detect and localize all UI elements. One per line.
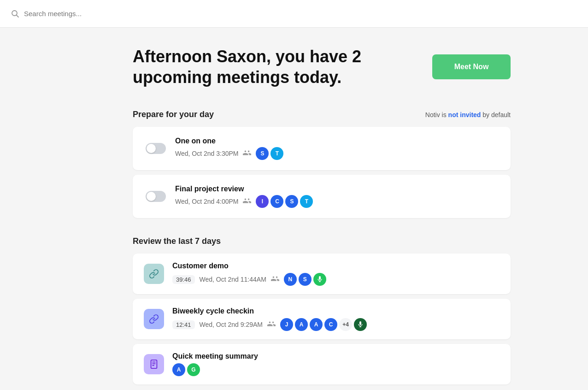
greeting-text: Afternoon Saxon, you have 2 upcoming mee… [133, 46, 372, 88]
meeting-meta: Wed, Oct 2nd 3:30PM S T [175, 147, 498, 160]
people-icon [243, 149, 251, 158]
svg-rect-5 [359, 321, 361, 325]
past-meta: A G [172, 363, 500, 376]
review-section-header: Review the last 7 days [133, 236, 511, 246]
customer-demo-icon [144, 264, 164, 284]
meeting-info-final-review: Final project review Wed, Oct 2nd 4:00PM… [175, 185, 498, 208]
avatar-t2: T [300, 195, 313, 208]
avatars-one-on-one: S T [256, 147, 283, 160]
prepare-title: Prepare for your day [133, 110, 214, 119]
search-bar [0, 0, 588, 28]
meeting-info-one-on-one: One on one Wed, Oct 2nd 3:30PM S T [175, 137, 498, 160]
avatar-s: S [256, 147, 269, 160]
meeting-meta: Wed, Oct 2nd 4:00PM I C S T [175, 195, 498, 208]
avatars-customer-demo: N S [284, 273, 326, 286]
svg-line-1 [17, 15, 18, 17]
avatar-mic-2 [354, 318, 367, 331]
past-datetime: Wed, Oct 2nd 11:44AM [200, 276, 266, 283]
avatar-a2: A [310, 318, 323, 331]
avatar-qs2: G [187, 363, 200, 376]
customer-demo-info: Customer demo 39:46 Wed, Oct 2nd 11:44AM… [172, 262, 500, 286]
duration-badge: 12:41 [172, 320, 195, 329]
review-section: Review the last 7 days Customer demo 39:… [133, 236, 511, 384]
quick-summary-info: Quick meeting summary A G [172, 352, 500, 376]
avatar-s2: S [285, 195, 298, 208]
toggle-one-on-one[interactable] [146, 143, 166, 154]
past-datetime: Wed, Oct 2nd 9:29AM [200, 321, 263, 328]
extra-count: +4 [339, 318, 352, 331]
past-meeting-name: Biweekly cycle checkin [172, 307, 500, 315]
hero-section: Afternoon Saxon, you have 2 upcoming mee… [133, 46, 511, 88]
notiv-note: Notiv is not invited by default [425, 111, 511, 118]
past-card-quick-summary[interactable]: Quick meeting summary A G [133, 344, 511, 384]
past-card-biweekly[interactable]: Biweekly cycle checkin 12:41 Wed, Oct 2n… [133, 299, 511, 339]
avatar-i: I [256, 195, 269, 208]
avatars-quick-summary: A G [172, 363, 200, 376]
meet-now-button[interactable]: Meet Now [432, 54, 511, 79]
past-meta: 39:46 Wed, Oct 2nd 11:44AM N S [172, 273, 500, 286]
avatars-final-review: I C S T [256, 195, 313, 208]
main-content: Afternoon Saxon, you have 2 upcoming mee… [68, 28, 520, 390]
duration-badge: 39:46 [172, 275, 195, 284]
avatar-t: T [270, 147, 283, 160]
avatars-biweekly: J A A C +4 [280, 318, 367, 331]
past-meeting-name: Quick meeting summary [172, 352, 500, 360]
past-meta: 12:41 Wed, Oct 2nd 9:29AM J A A C +4 [172, 318, 500, 331]
biweekly-icon [144, 309, 164, 329]
avatar-mic-1 [313, 273, 326, 286]
toggle-final-review[interactable] [146, 191, 166, 202]
avatar-j: J [280, 318, 293, 331]
meeting-name: One on one [175, 137, 498, 145]
avatar-c2: C [324, 318, 337, 331]
biweekly-info: Biweekly cycle checkin 12:41 Wed, Oct 2n… [172, 307, 500, 331]
people-icon [267, 320, 276, 329]
avatar-n: N [284, 273, 297, 286]
people-icon [271, 275, 279, 284]
avatar-a1: A [295, 318, 308, 331]
quick-summary-icon [144, 354, 164, 374]
meeting-name: Final project review [175, 185, 498, 193]
meeting-datetime: Wed, Oct 2nd 4:00PM [175, 198, 238, 205]
meeting-card-one-on-one: One on one Wed, Oct 2nd 3:30PM S T [133, 127, 511, 170]
meeting-datetime: Wed, Oct 2nd 3:30PM [175, 150, 238, 157]
prepare-section: Prepare for your day Notiv is not invite… [133, 110, 511, 218]
past-card-customer-demo[interactable]: Customer demo 39:46 Wed, Oct 2nd 11:44AM… [133, 254, 511, 294]
svg-rect-2 [319, 276, 321, 280]
people-icon [243, 197, 251, 206]
meeting-card-final-review: Final project review Wed, Oct 2nd 4:00PM… [133, 175, 511, 218]
avatar-s3: S [299, 273, 312, 286]
avatar-qs1: A [172, 363, 185, 376]
search-input[interactable] [24, 10, 162, 18]
review-title: Review the last 7 days [133, 236, 221, 246]
prepare-section-header: Prepare for your day Notiv is not invite… [133, 110, 511, 119]
past-meeting-name: Customer demo [172, 262, 500, 270]
search-icon [11, 10, 19, 18]
avatar-c: C [270, 195, 283, 208]
